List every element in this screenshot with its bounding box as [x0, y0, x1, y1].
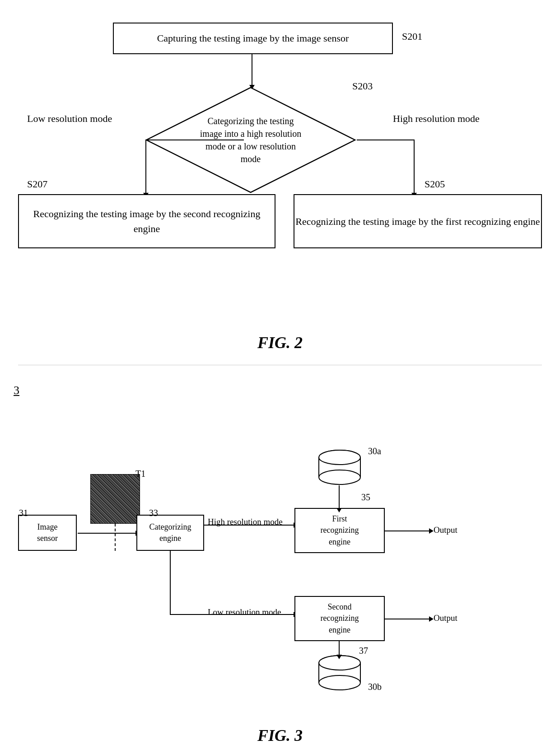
- high-res-label-fig2: High resolution mode: [393, 113, 480, 125]
- cat-engine-text: Categorizingengine: [149, 521, 191, 544]
- s201-box: Capturing the testing image by the image…: [113, 23, 393, 54]
- output-label-first: Output: [434, 525, 457, 535]
- dashed-connector: [115, 524, 116, 551]
- arrow-s201-to-s203: [252, 54, 252, 86]
- database-30a: [317, 449, 362, 485]
- arrow-diamond-left-vert: [145, 140, 146, 194]
- arrow-sensor-to-cat: [78, 533, 136, 534]
- image-sensor-box: Imagesensor: [18, 515, 77, 551]
- s203-label: S203: [352, 80, 373, 92]
- database-30b: [317, 655, 362, 691]
- first-engine-text: Firstrecognizingengine: [321, 513, 359, 548]
- fig2-diagram: Capturing the testing image by the image…: [0, 9, 560, 361]
- second-recognizing-engine-box: Secondrecognizingengine: [294, 596, 385, 641]
- image-sensor-text: Imagesensor: [37, 521, 58, 544]
- fig2-title: FIG. 2: [257, 333, 303, 352]
- svg-point-6: [319, 450, 360, 465]
- s207-text: Recognizing the testing image by the sec…: [19, 206, 275, 236]
- arrow-cat-low-vert: [170, 551, 171, 614]
- second-engine-text: Secondrecognizingengine: [321, 601, 359, 636]
- output-label-second: Output: [434, 613, 457, 623]
- arrow-diamond-right-vert: [414, 140, 415, 194]
- label-35: 35: [361, 492, 370, 503]
- arrow-30a-to-first-engine: [339, 485, 340, 509]
- s201-text: Capturing the testing image by the image…: [157, 33, 349, 44]
- t1-label: T1: [135, 469, 145, 479]
- s207-box: Recognizing the testing image by the sec…: [18, 194, 275, 248]
- svg-point-5: [319, 470, 360, 484]
- first-recognizing-engine-box: Firstrecognizingengine: [294, 508, 385, 553]
- label-33: 33: [149, 508, 158, 518]
- fig3-title: FIG. 3: [257, 726, 303, 745]
- svg-point-11: [319, 675, 360, 690]
- arrow-diamond-right-horiz: [357, 140, 415, 140]
- s205-label: S205: [425, 178, 445, 190]
- high-res-mode-label-fig3: High resolution mode: [208, 517, 283, 527]
- cylinder-30b-svg: [317, 655, 362, 691]
- low-res-mode-label-fig3: Low resolution mode: [208, 607, 281, 617]
- label-31: 31: [19, 508, 28, 518]
- s207-label: S207: [27, 178, 47, 190]
- fig3-diagram: 3 Imagesensor 31 T1 Categorizingengine 3…: [0, 375, 560, 754]
- arrow-diamond-left-horiz: [145, 140, 244, 140]
- s205-box: Recognizing the testing image by the fir…: [294, 194, 542, 248]
- t1-testing-image: [90, 474, 140, 524]
- s205-text: Recognizing the testing image by the fir…: [295, 214, 540, 229]
- cylinder-30a-svg: [317, 449, 362, 485]
- label-30b: 30b: [368, 682, 382, 692]
- arrow-second-engine-output: [385, 619, 430, 619]
- label-30a: 30a: [368, 446, 381, 456]
- arrow-first-engine-output: [385, 531, 430, 531]
- low-res-label-fig2: Low resolution mode: [27, 113, 112, 125]
- section-divider: [18, 365, 542, 365]
- arrow-second-engine-to-30b: [339, 641, 340, 656]
- categorizing-engine-box: Categorizingengine: [136, 515, 204, 551]
- s201-label: S201: [402, 31, 422, 42]
- fig3-diagram-number: 3: [14, 384, 19, 397]
